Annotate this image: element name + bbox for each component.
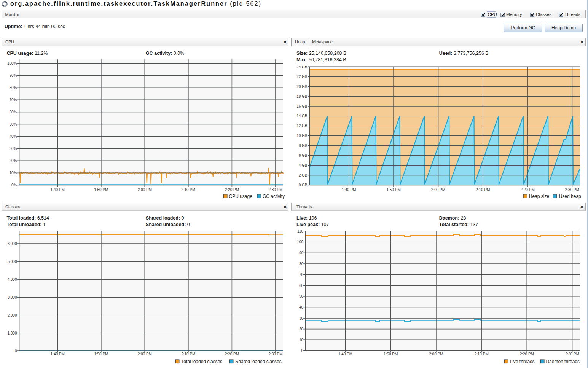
- svg-text:1:50 PM: 1:50 PM: [386, 188, 400, 192]
- svg-text:Shared loaded classes: Shared loaded classes: [235, 359, 281, 364]
- svg-text:16 GB: 16 GB: [296, 104, 308, 108]
- svg-text:1:50 PM: 1:50 PM: [94, 352, 108, 356]
- svg-text:1:40 PM: 1:40 PM: [338, 352, 352, 356]
- svg-text:70%: 70%: [9, 98, 17, 102]
- svg-text:Total loaded classes: Total loaded classes: [181, 359, 222, 364]
- svg-text:2:20 PM: 2:20 PM: [225, 352, 239, 356]
- svg-text:50%: 50%: [9, 122, 17, 126]
- svg-text:0: 0: [301, 349, 303, 353]
- svg-text:10: 10: [299, 338, 304, 342]
- svg-text:40: 40: [299, 305, 304, 309]
- svg-text:1:40 PM: 1:40 PM: [51, 188, 65, 192]
- svg-text:100%: 100%: [7, 61, 17, 65]
- svg-text:1:40 PM: 1:40 PM: [51, 352, 65, 356]
- svg-text:60%: 60%: [9, 110, 17, 114]
- svg-text:1:40 PM: 1:40 PM: [342, 188, 356, 192]
- svg-text:70: 70: [299, 272, 304, 277]
- svg-text:2:30 PM: 2:30 PM: [565, 188, 579, 192]
- svg-text:2:00 PM: 2:00 PM: [138, 188, 152, 192]
- svg-text:5,000: 5,000: [7, 260, 17, 264]
- svg-text:1:50 PM: 1:50 PM: [94, 188, 108, 192]
- svg-text:Daemon threads: Daemon threads: [546, 359, 580, 364]
- svg-text:10 GB: 10 GB: [296, 134, 308, 138]
- svg-text:CPU usage: CPU usage: [229, 194, 253, 199]
- svg-text:2:00 PM: 2:00 PM: [429, 352, 443, 356]
- svg-text:Live threads: Live threads: [510, 359, 535, 364]
- svg-text:2:20 PM: 2:20 PM: [520, 352, 534, 356]
- svg-text:50: 50: [299, 294, 304, 298]
- svg-text:6 GB: 6 GB: [299, 153, 308, 158]
- svg-text:2:20 PM: 2:20 PM: [225, 188, 239, 192]
- svg-text:12 GB: 12 GB: [296, 124, 308, 128]
- svg-text:80%: 80%: [9, 86, 17, 90]
- svg-text:14 GB: 14 GB: [296, 114, 308, 118]
- svg-text:2:10 PM: 2:10 PM: [181, 188, 195, 192]
- svg-text:GC activity: GC activity: [263, 194, 285, 199]
- svg-text:110: 110: [297, 229, 303, 233]
- svg-text:6,000: 6,000: [7, 242, 17, 246]
- svg-text:0%: 0%: [11, 183, 17, 187]
- svg-text:2:30 PM: 2:30 PM: [268, 352, 282, 356]
- svg-text:2:30 PM: 2:30 PM: [565, 352, 579, 356]
- svg-text:22 GB: 22 GB: [296, 75, 308, 79]
- svg-text:80: 80: [299, 262, 304, 266]
- svg-text:4,000: 4,000: [7, 277, 17, 282]
- svg-text:8 GB: 8 GB: [299, 143, 308, 148]
- svg-text:2,000: 2,000: [7, 313, 17, 317]
- svg-text:2:20 PM: 2:20 PM: [520, 188, 534, 192]
- svg-text:24 GB: 24 GB: [296, 65, 308, 69]
- svg-text:1:50 PM: 1:50 PM: [384, 352, 398, 356]
- svg-text:2:30 PM: 2:30 PM: [268, 188, 282, 192]
- svg-text:20: 20: [299, 327, 304, 331]
- svg-text:1,000: 1,000: [7, 331, 17, 335]
- svg-text:40%: 40%: [9, 134, 17, 139]
- svg-text:90%: 90%: [9, 73, 17, 78]
- svg-text:2:10 PM: 2:10 PM: [476, 188, 490, 192]
- svg-text:30: 30: [299, 316, 304, 320]
- svg-text:20 GB: 20 GB: [296, 84, 308, 89]
- svg-text:2:00 PM: 2:00 PM: [138, 352, 152, 356]
- svg-text:2:10 PM: 2:10 PM: [474, 352, 488, 356]
- svg-text:60: 60: [299, 284, 304, 288]
- svg-text:30%: 30%: [9, 147, 17, 151]
- svg-text:0 GB: 0 GB: [299, 183, 308, 187]
- svg-text:2:10 PM: 2:10 PM: [181, 352, 195, 356]
- svg-text:100: 100: [297, 240, 303, 244]
- svg-text:10%: 10%: [9, 171, 17, 175]
- svg-text:90: 90: [299, 251, 304, 255]
- svg-text:20%: 20%: [9, 159, 17, 163]
- svg-text:18 GB: 18 GB: [296, 94, 308, 99]
- svg-text:Heap size: Heap size: [529, 194, 550, 199]
- svg-text:2:00 PM: 2:00 PM: [431, 188, 445, 192]
- svg-text:3,000: 3,000: [7, 295, 17, 299]
- svg-text:4 GB: 4 GB: [299, 163, 308, 167]
- svg-text:0: 0: [15, 349, 17, 353]
- svg-text:2 GB: 2 GB: [299, 173, 308, 177]
- svg-text:Used heap: Used heap: [559, 194, 581, 199]
